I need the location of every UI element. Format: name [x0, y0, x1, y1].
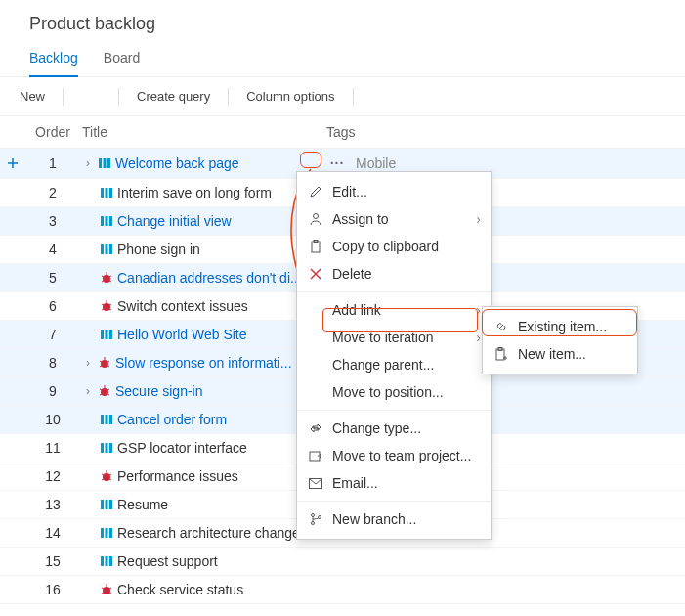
svg-rect-47 — [101, 415, 104, 424]
svg-line-39 — [100, 366, 102, 367]
menu-label: New item... — [518, 346, 586, 362]
menu-divider — [297, 291, 491, 292]
tab-backlog[interactable]: Backlog — [29, 44, 78, 77]
svg-rect-63 — [106, 528, 108, 538]
email-icon — [307, 478, 324, 489]
add-icon[interactable] — [6, 156, 23, 170]
context-menu: Edit... Assign to › Copy to clipboard De… — [296, 171, 492, 540]
menu-delete[interactable]: Delete — [297, 260, 491, 287]
svg-line-43 — [100, 389, 102, 390]
svg-point-68 — [103, 587, 110, 594]
chevron-right-icon[interactable]: › — [82, 356, 94, 370]
submenu-new-item[interactable]: New item... — [483, 340, 637, 368]
table-row[interactable]: 16Check service status — [0, 576, 685, 604]
order-cell: 16 — [29, 576, 76, 604]
column-header-tags[interactable]: Tags — [321, 116, 685, 149]
svg-rect-11 — [101, 188, 104, 198]
separator — [228, 88, 229, 106]
svg-line-28 — [102, 304, 104, 305]
svg-line-73 — [109, 593, 111, 594]
pbi-icon — [98, 156, 111, 170]
svg-line-55 — [102, 474, 104, 475]
separator — [63, 88, 64, 106]
svg-point-83 — [319, 516, 321, 519]
order-cell: 10 — [29, 406, 76, 434]
create-query-button[interactable]: Create query — [127, 85, 220, 108]
svg-rect-52 — [109, 443, 112, 453]
svg-line-44 — [107, 389, 109, 390]
svg-rect-16 — [109, 216, 112, 226]
menu-label: Assign to — [332, 211, 389, 227]
svg-line-29 — [109, 304, 111, 305]
work-item-title: Switch context issues — [117, 298, 248, 314]
svg-line-38 — [107, 361, 109, 362]
svg-rect-32 — [101, 330, 104, 339]
svg-rect-10 — [107, 158, 110, 168]
pbi-icon — [100, 554, 113, 568]
svg-point-41 — [101, 388, 108, 396]
menu-move-position[interactable]: Move to position... — [297, 378, 491, 406]
more-actions-button[interactable]: ··· — [326, 154, 348, 172]
svg-point-53 — [103, 473, 110, 481]
chevron-right-icon[interactable]: › — [82, 384, 94, 398]
work-item-title[interactable]: Cancel order form — [117, 412, 227, 427]
svg-rect-12 — [106, 188, 108, 198]
bug-icon — [100, 299, 113, 313]
menu-new-branch[interactable]: New branch... — [297, 506, 491, 533]
svg-rect-51 — [106, 443, 108, 453]
work-item-title[interactable]: Secure sign-in — [115, 383, 203, 399]
column-options-button[interactable]: Column options — [236, 85, 344, 108]
svg-line-30 — [102, 309, 104, 310]
work-item-title[interactable]: Slow response on informati... — [115, 355, 292, 371]
svg-line-57 — [102, 479, 104, 480]
svg-rect-19 — [109, 244, 112, 254]
order-cell: 8 — [29, 349, 76, 377]
menu-add-link[interactable]: Add link › — [297, 296, 491, 324]
pbi-icon — [100, 413, 113, 426]
branch-icon — [307, 512, 324, 526]
svg-line-58 — [109, 479, 111, 480]
order-cell: 5 — [29, 264, 76, 292]
menu-label: Copy to clipboard — [332, 239, 439, 254]
new-button[interactable]: New — [10, 85, 55, 108]
menu-copy[interactable]: Copy to clipboard — [297, 233, 491, 260]
work-item-title[interactable]: Hello World Web Site — [117, 327, 247, 342]
work-item-title[interactable]: Change initial view — [117, 213, 232, 229]
svg-rect-66 — [106, 556, 108, 566]
work-item-title: Resume — [117, 497, 168, 512]
work-item-title: Request support — [117, 553, 218, 569]
svg-rect-59 — [101, 500, 104, 509]
chevron-right-icon[interactable]: › — [82, 156, 94, 170]
menu-assign-to[interactable]: Assign to › — [297, 205, 491, 233]
tag: Mobile — [356, 155, 396, 171]
new-item-icon — [492, 347, 510, 361]
collapse-icon[interactable] — [91, 89, 110, 105]
tab-board[interactable]: Board — [104, 44, 140, 76]
menu-label: Move to team project... — [332, 448, 471, 463]
column-header-title[interactable]: Title — [76, 116, 321, 149]
svg-line-45 — [100, 394, 102, 395]
menu-change-parent[interactable]: Change parent... — [297, 351, 491, 378]
table-row[interactable]: 15Request support — [0, 548, 685, 576]
menu-email[interactable]: Email... — [297, 469, 491, 497]
work-item-title[interactable]: Welcome back page — [115, 155, 239, 171]
work-item-title[interactable]: Canadian addresses don't di... — [117, 270, 302, 286]
svg-line-37 — [100, 361, 102, 362]
menu-move-iteration[interactable]: Move to iteration › — [297, 324, 491, 351]
expand-icon[interactable] — [71, 89, 91, 105]
column-header-order[interactable]: Order — [29, 116, 76, 149]
work-item-title: GSP locator interface — [117, 440, 247, 456]
bug-icon — [100, 583, 113, 596]
svg-rect-67 — [109, 556, 112, 566]
menu-change-type[interactable]: Change type... — [297, 415, 491, 442]
menu-move-team-project[interactable]: Move to team project... — [297, 442, 491, 469]
menu-label: Edit... — [332, 184, 367, 199]
menu-edit[interactable]: Edit... — [297, 178, 491, 205]
svg-rect-15 — [106, 216, 108, 226]
pbi-icon — [100, 328, 113, 341]
pbi-icon — [100, 242, 113, 256]
order-cell: 6 — [29, 292, 76, 321]
pbi-icon — [100, 498, 113, 511]
email-icon[interactable] — [362, 89, 381, 105]
submenu-existing-item[interactable]: Existing item... — [483, 313, 637, 340]
